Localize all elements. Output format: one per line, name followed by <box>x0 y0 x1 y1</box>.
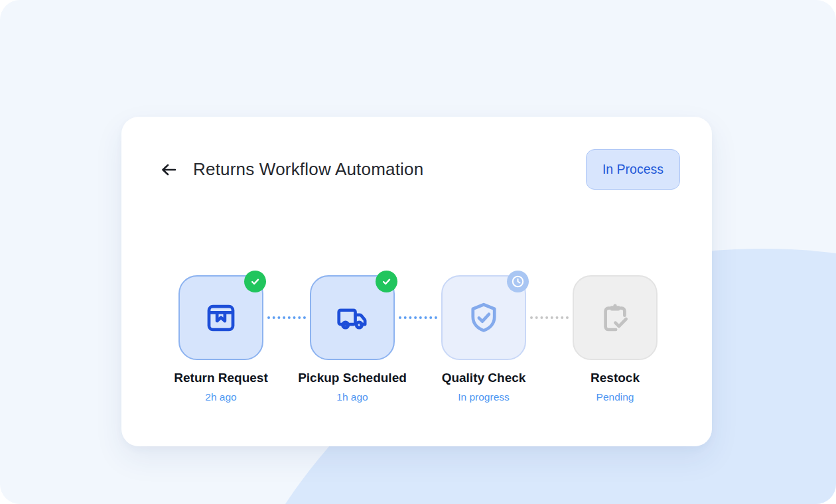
card-header: Returns Workflow Automation In Process <box>159 149 680 190</box>
workflow-steps: Return Request 2h ago Pickup Scheduled 1… <box>155 275 681 403</box>
arrow-left-icon <box>159 162 178 178</box>
step-name: Pickup Scheduled <box>298 371 407 385</box>
back-button[interactable] <box>159 162 178 178</box>
step-connector <box>399 316 437 319</box>
step-status: 1h ago <box>336 391 368 403</box>
step-connector <box>530 316 569 319</box>
check-badge <box>376 271 397 292</box>
step-name: Restock <box>591 371 640 385</box>
package-icon <box>203 300 239 336</box>
workflow-step: Restock Pending <box>549 275 681 403</box>
workflow-status-badge[interactable]: In Process <box>586 149 680 190</box>
clock-icon <box>510 273 526 290</box>
truck-icon <box>334 300 370 336</box>
check-icon <box>249 275 261 288</box>
step-status: 2h ago <box>205 391 236 403</box>
step-name: Return Request <box>174 371 267 385</box>
clock-badge <box>507 271 529 292</box>
step-status: In progress <box>458 391 510 403</box>
workflow-step: Return Request 2h ago <box>155 275 287 403</box>
step-status: Pending <box>596 391 634 403</box>
step-connector <box>267 316 306 319</box>
page-title: Returns Workflow Automation <box>193 159 423 180</box>
step-tile[interactable] <box>441 275 526 360</box>
workflow-step: Quality Check In progress <box>418 275 549 403</box>
workflow-step: Pickup Scheduled 1h ago <box>287 275 418 403</box>
step-tile[interactable] <box>310 275 395 360</box>
clipboard-check-icon <box>597 300 633 336</box>
page-background: Returns Workflow Automation In Process R… <box>0 0 836 504</box>
step-tile[interactable] <box>178 275 263 360</box>
shield-check-icon <box>466 300 502 336</box>
workflow-card: Returns Workflow Automation In Process R… <box>121 117 712 446</box>
check-icon <box>380 275 393 288</box>
check-badge <box>244 271 266 292</box>
step-tile[interactable] <box>573 275 658 360</box>
step-name: Quality Check <box>442 371 526 385</box>
